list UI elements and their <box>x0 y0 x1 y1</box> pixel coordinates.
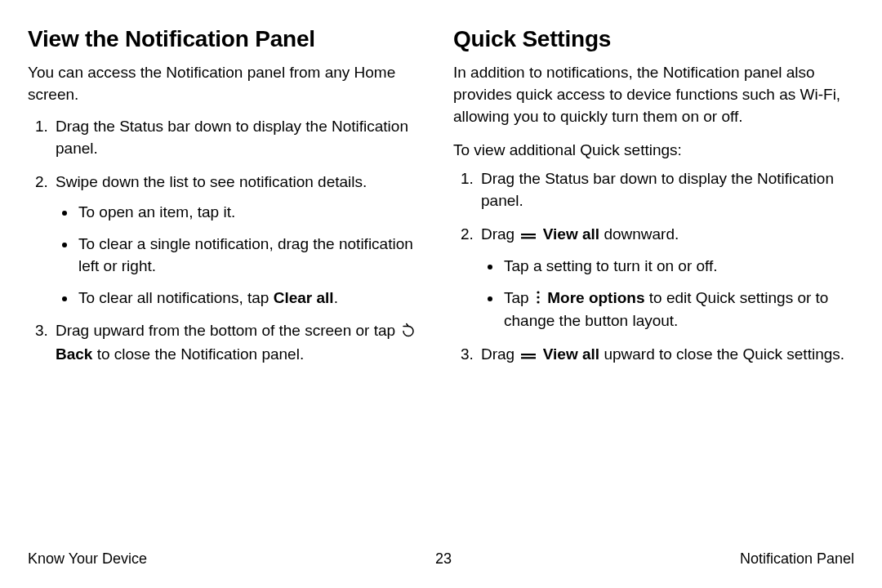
view-all-icon <box>520 345 537 368</box>
right-heading: Quick Settings <box>453 23 854 56</box>
svg-point-4 <box>537 301 539 303</box>
left-heading: View the Notification Panel <box>28 23 429 56</box>
svg-rect-1 <box>521 237 536 238</box>
left-step-2-bullets: To open an item, tap it. To clear a sing… <box>56 202 429 310</box>
right-step-2-b1: Tap a setting to turn it on or off. <box>502 256 854 278</box>
back-icon <box>401 322 416 344</box>
left-step-3-a: Drag upward from the bottom of the scree… <box>56 322 399 339</box>
right-step-2-b2-a: Tap <box>504 289 533 306</box>
left-step-2-b3-a: To clear all notifications, tap <box>78 289 274 306</box>
svg-point-3 <box>537 296 539 298</box>
left-step-2-text: Swipe down the list to see notification … <box>56 173 367 190</box>
left-step-2: Swipe down the list to see notification … <box>52 172 429 310</box>
svg-rect-0 <box>521 234 536 235</box>
manual-page: View the Notification Panel You can acce… <box>0 0 882 588</box>
left-step-3: Drag upward from the bottom of the scree… <box>52 320 429 366</box>
right-step-3-b: upward to close the Quick settings. <box>604 345 844 363</box>
right-step-2-b2: Tap More options to edit Quick settings … <box>502 287 854 333</box>
right-steps: Drag the Status bar down to display the … <box>453 168 854 368</box>
left-step-3-b: to close the Notification panel. <box>97 345 305 363</box>
footer-right: Notification Panel <box>740 549 854 570</box>
left-step-2-b1: To open an item, tap it. <box>77 202 429 224</box>
left-step-1: Drag the Status bar down to display the … <box>52 116 429 160</box>
left-step-2-b2: To clear a single notification, drag the… <box>77 234 429 278</box>
view-all-bold-2: View all <box>543 345 599 363</box>
more-options-bold: More options <box>547 289 644 306</box>
view-all-bold-1: View all <box>543 225 599 243</box>
back-bold: Back <box>56 345 92 363</box>
left-step-2-b3: To clear all notifications, tap Clear al… <box>77 287 429 310</box>
left-column: View the Notification Panel You can acce… <box>28 23 450 575</box>
left-step-2-b3-b: . <box>334 289 338 306</box>
clear-all-bold: Clear all <box>274 289 334 306</box>
right-step-2-a: Drag <box>481 225 519 243</box>
right-step-2: Drag View all downward. Tap a setting to… <box>478 224 854 333</box>
right-step-1: Drag the Status bar down to display the … <box>478 168 854 212</box>
right-step-2-b: downward. <box>604 225 679 243</box>
left-steps: Drag the Status bar down to display the … <box>28 116 429 367</box>
right-step-3-a: Drag <box>481 345 519 363</box>
svg-point-2 <box>537 291 539 293</box>
more-options-icon <box>535 289 541 311</box>
svg-rect-6 <box>521 358 536 359</box>
right-intro: In addition to notifications, the Notifi… <box>453 62 854 128</box>
view-all-icon <box>520 225 537 247</box>
right-column: Quick Settings In addition to notificati… <box>450 23 854 575</box>
footer-center: 23 <box>435 549 452 570</box>
right-subhead: To view additional Quick settings: <box>453 140 854 162</box>
footer-left: Know Your Device <box>28 549 147 570</box>
right-step-3: Drag View all upward to close the Quick … <box>478 344 854 368</box>
right-step-2-bullets: Tap a setting to turn it on or off. Tap … <box>481 256 854 333</box>
left-intro: You can access the Notification panel fr… <box>28 62 429 106</box>
page-footer: Know Your Device 23 Notification Panel <box>28 549 854 570</box>
svg-rect-5 <box>521 354 536 355</box>
